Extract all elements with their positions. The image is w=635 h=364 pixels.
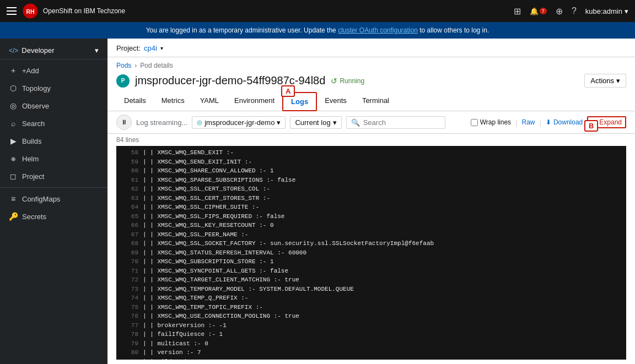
log-line: 65| | XMSC_WMQ_SSL_FIPS_REQUIRED :- fals… bbox=[116, 212, 626, 221]
log-line: 63| | XMSC_WMQ_SSL_CERT_STORES_STR :- bbox=[116, 194, 626, 203]
line-text: | | XMSC_WMQ_STATUS_REFRESH_INTERVAL :- … bbox=[143, 248, 306, 258]
sidebar-item-builds[interactable]: ▶ Builds bbox=[0, 132, 107, 150]
sidebar-context-chevron: ▾ bbox=[95, 46, 99, 55]
sidebar-item-label: Search bbox=[22, 119, 45, 128]
apps-grid-icon[interactable]: ⊞ bbox=[514, 6, 521, 17]
svg-text:RH: RH bbox=[26, 8, 34, 15]
sidebar-item-project[interactable]: ◻ Project bbox=[0, 167, 107, 185]
actions-button[interactable]: Actions ▾ bbox=[584, 74, 626, 88]
tab-metrics[interactable]: Metrics bbox=[154, 92, 192, 111]
redhat-logo-icon: RH bbox=[22, 3, 39, 19]
sidebar-item-label: ConfigMaps bbox=[22, 195, 60, 203]
user-menu[interactable]: kube:admin ▾ bbox=[585, 7, 628, 15]
stream-label: Log streaming... bbox=[136, 118, 187, 127]
container-name: jmsproducer-jgr-demo bbox=[205, 118, 275, 127]
oauth-config-link[interactable]: cluster OAuth configuration bbox=[338, 26, 418, 34]
log-toolbar-right: Wrap lines | Raw | ⬇ Download ⤢ Expand bbox=[471, 116, 626, 128]
breadcrumb-pods[interactable]: Pods bbox=[116, 62, 131, 69]
line-number: 79 bbox=[121, 339, 138, 349]
container-selector[interactable]: ◎ jmsproducer-jgr-demo ▾ bbox=[192, 116, 286, 129]
sidebar-item-observe[interactable]: ◎ Observe bbox=[0, 97, 107, 115]
sidebar-item-add[interactable]: + +Add bbox=[0, 62, 107, 79]
line-number: 68 bbox=[121, 239, 138, 248]
pod-type-icon: P bbox=[116, 74, 130, 88]
line-number: 58 bbox=[121, 148, 138, 157]
line-number: 81 bbox=[121, 357, 138, 360]
container-icon: ◎ bbox=[197, 119, 202, 126]
line-text: | | XMSC_WMQ_TEMPORARY_MODEL :- SYSTEM.D… bbox=[143, 285, 354, 294]
log-type-label: Current log bbox=[295, 118, 330, 127]
log-search-input[interactable] bbox=[363, 118, 440, 127]
tab-yaml[interactable]: YAML bbox=[192, 92, 227, 111]
actions-chevron-icon: ▾ bbox=[616, 77, 620, 85]
log-line: 66| | XMSC_WMQ_SSL_KEY_RESETCOUNT :- 0 bbox=[116, 221, 626, 230]
tab-details[interactable]: Details bbox=[116, 92, 154, 111]
log-line: 70| | XMSC_WMQ_SUBSCRIPTION_STORE :- 1 bbox=[116, 257, 626, 267]
tab-terminal[interactable]: Terminal bbox=[354, 92, 397, 111]
dev-icon: </> bbox=[9, 47, 18, 55]
brand-label: OpenShift on IBM Techzone bbox=[43, 7, 125, 15]
line-text: | | XMSC_WMQ_SSL_PEER_NAME :- bbox=[143, 230, 252, 240]
line-text: | | XMSC_WMQ_SPARSE_SUBSCRIPTIONS :- fal… bbox=[143, 176, 295, 185]
help-icon[interactable]: ? bbox=[572, 6, 577, 16]
log-line: 58| | XMSC_WMQ_SEND_EXIT :- bbox=[116, 148, 626, 157]
sidebar-item-secrets[interactable]: 🔑 Secrets bbox=[0, 208, 107, 225]
line-text: | | XMSC_WMQ_SSL_CERT_STORES_COL :- bbox=[143, 184, 274, 194]
sidebar-item-label: +Add bbox=[22, 67, 39, 75]
project-bar: Project: cp4i ▾ bbox=[107, 40, 635, 57]
sidebar-item-search[interactable]: ⌕ Search bbox=[0, 115, 107, 132]
sidebar-item-topology[interactable]: ⬡ Topology bbox=[0, 79, 107, 97]
tabs-bar: Details Metrics YAML Environment Logs Ev… bbox=[107, 92, 635, 111]
username: kube:admin bbox=[585, 7, 622, 15]
line-number: 61 bbox=[121, 176, 138, 185]
line-number: 59 bbox=[121, 157, 138, 167]
sidebar-item-label: Project bbox=[22, 172, 44, 181]
tab-events[interactable]: Events bbox=[317, 92, 354, 111]
line-text: | | brokerVersion :- -1 bbox=[143, 321, 227, 330]
project-label: Project: bbox=[116, 44, 141, 52]
hamburger-menu[interactable] bbox=[7, 7, 17, 15]
tab-environment[interactable]: Environment bbox=[227, 92, 282, 111]
sidebar-context-header[interactable]: </> Developer ▾ bbox=[0, 42, 107, 59]
log-line: 60| | XMSC_WMQ_SHARE_CONV_ALLOWED :- 1 bbox=[116, 166, 626, 176]
log-line: 80| | version :- 7 bbox=[116, 348, 626, 357]
log-line: 64| | XMSC_WMQ_SSL_CIPHER_SUITE :- bbox=[116, 203, 626, 212]
sidebar-item-helm[interactable]: ⎈ Helm bbox=[0, 150, 107, 167]
log-line: 68| | XMSC_WMQ_SSL_SOCKET_FACTORY :- sun… bbox=[116, 239, 626, 248]
project-name[interactable]: cp4i bbox=[144, 44, 157, 52]
log-line: 78| | failIfQuiesce :- 1 bbox=[116, 330, 626, 339]
brand: RH OpenShift on IBM Techzone bbox=[22, 3, 508, 19]
log-line: 75| | XMSC_WMQ_TEMP_TOPIC_PREFIX :- bbox=[116, 303, 626, 312]
line-number: 60 bbox=[121, 166, 138, 176]
wrap-lines-label[interactable]: Wrap lines bbox=[471, 118, 511, 126]
line-number: 67 bbox=[121, 230, 138, 240]
line-number: 64 bbox=[121, 203, 138, 212]
log-line: 69| | XMSC_WMQ_STATUS_REFRESH_INTERVAL :… bbox=[116, 248, 626, 258]
line-text: | | XMSC_WMQ_SSL_CERT_STORES_STR :- bbox=[143, 194, 274, 203]
line-number: 80 bbox=[121, 348, 138, 357]
topology-icon: ⬡ bbox=[9, 84, 18, 93]
log-type-selector[interactable]: Current log ▾ bbox=[290, 116, 341, 129]
line-text: | | XMSC_WMQ_SUBSCRIPTION_STORE :- 1 bbox=[143, 257, 274, 267]
line-number: 73 bbox=[121, 285, 138, 294]
wrap-lines-checkbox[interactable] bbox=[471, 119, 478, 126]
notification-bell[interactable]: 🔔7 bbox=[530, 7, 547, 15]
breadcrumb-separator: › bbox=[134, 62, 137, 69]
plus-circle-icon[interactable]: ⊕ bbox=[556, 6, 563, 17]
sidebar: </> Developer ▾ + +Add ⬡ Topology ◎ Obse… bbox=[0, 22, 107, 364]
sidebar-item-configmaps[interactable]: ≡ ConfigMaps bbox=[0, 190, 107, 208]
sidebar-item-label: Helm bbox=[22, 155, 39, 163]
pause-button[interactable]: ⏸ bbox=[116, 115, 132, 130]
line-text: | | XMSC_WMQ_SSL_KEY_RESETCOUNT :- 0 bbox=[143, 221, 274, 230]
line-text: | | XMSC_WMQ_SSL_SOCKET_FACTORY :- sun.s… bbox=[143, 239, 434, 248]
download-icon: ⬇ bbox=[546, 118, 551, 126]
project-chevron-icon[interactable]: ▾ bbox=[160, 45, 163, 51]
user-chevron-icon: ▾ bbox=[625, 7, 628, 15]
line-number: 76 bbox=[121, 312, 138, 321]
breadcrumb-current: Pod details bbox=[140, 62, 173, 69]
raw-button[interactable]: Raw bbox=[522, 118, 535, 126]
banner-text: You are logged in as a temporary adminis… bbox=[146, 26, 338, 34]
download-button[interactable]: ⬇ Download bbox=[546, 118, 583, 126]
line-number: 66 bbox=[121, 221, 138, 230]
log-content[interactable]: 58| | XMSC_WMQ_SEND_EXIT :- 59| | XMSC_W… bbox=[116, 146, 626, 360]
